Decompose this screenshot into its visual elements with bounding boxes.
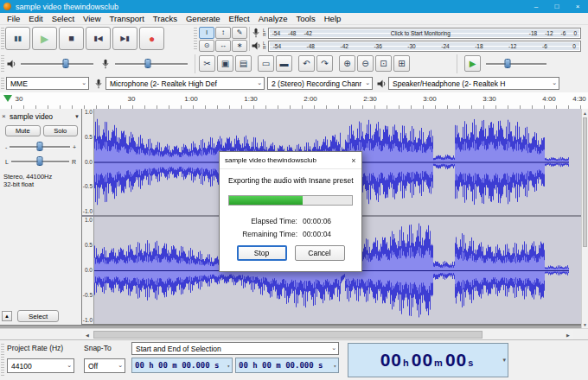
draw-tool-button[interactable]: ✎ bbox=[232, 27, 247, 39]
tools-toolbar: I↕✎⊙↔∗ bbox=[199, 27, 248, 52]
scroll-up-arrow[interactable]: ▲ bbox=[582, 109, 588, 117]
solo-button[interactable]: Solo bbox=[43, 125, 79, 136]
playback-device-select[interactable]: Speaker/Headphone (2- Realtek H ⌄ bbox=[388, 77, 559, 90]
dialog-close-icon[interactable]: × bbox=[346, 156, 361, 165]
copy-button[interactable]: ▣ bbox=[217, 55, 233, 72]
scroll-left-arrow[interactable]: ◀ bbox=[82, 330, 93, 339]
menu-item-select[interactable]: Select bbox=[48, 13, 79, 25]
playback-volume-slider[interactable] bbox=[21, 60, 93, 68]
toolbar-grip[interactable] bbox=[1, 344, 4, 377]
pan-slider[interactable] bbox=[11, 157, 69, 166]
zoom-in-button[interactable]: ⊕ bbox=[339, 55, 355, 72]
menu-item-view[interactable]: View bbox=[79, 13, 105, 25]
recording-meter-box[interactable]: -54-48-42 Click to Start Monitoring -18-… bbox=[268, 28, 581, 39]
selection-tool-button[interactable]: I bbox=[199, 27, 214, 39]
play-button[interactable]: ▶ bbox=[32, 27, 57, 50]
menu-item-generate[interactable]: Generate bbox=[182, 13, 225, 25]
toolbar-grip[interactable] bbox=[1, 28, 4, 50]
play-at-speed-button[interactable]: ▶ bbox=[464, 55, 481, 72]
zoom-selection-button[interactable]: ⊡ bbox=[375, 55, 392, 72]
chevron-down-icon: ⌄ bbox=[118, 362, 123, 369]
horizontal-scrollbar[interactable]: ◀ ▶ bbox=[82, 330, 573, 339]
playback-meter-box[interactable]: -54-48-42-36-30-24-18-12-60 bbox=[268, 41, 581, 52]
selection-toolbar: Project Rate (Hz) Snap-To Start and End … bbox=[0, 339, 588, 380]
recording-meter[interactable]: LR -54-48-42 Click to Start Monitoring -… bbox=[251, 27, 581, 39]
slider-thumb[interactable] bbox=[63, 59, 69, 68]
undo-button[interactable]: ↶ bbox=[298, 55, 315, 72]
menu-item-edit[interactable]: Edit bbox=[24, 13, 47, 25]
selection-mode-select[interactable]: Start and End of Selection ⌄ bbox=[131, 342, 339, 355]
redo-button[interactable]: ↷ bbox=[316, 55, 333, 72]
toolbar-grip[interactable] bbox=[1, 55, 4, 73]
pause-button[interactable]: ▮▮ bbox=[5, 27, 30, 50]
silence-audio-button[interactable]: ▬ bbox=[276, 55, 292, 72]
recording-channels-select[interactable]: 2 (Stereo) Recording Chann ⌄ bbox=[267, 77, 373, 90]
menu-item-help[interactable]: Help bbox=[320, 13, 346, 25]
meter-tick: -12 bbox=[508, 43, 516, 49]
zoom-out-button[interactable]: ⊖ bbox=[357, 55, 374, 72]
menu-item-effect[interactable]: Effect bbox=[225, 13, 254, 25]
selection-start-field[interactable]: 00 h 00 m 00.000 s ▾ bbox=[131, 358, 233, 373]
scroll-right-arrow[interactable]: ▶ bbox=[563, 330, 573, 339]
cancel-export-button[interactable]: Cancel bbox=[295, 245, 345, 261]
track-name[interactable]: sample video bbox=[10, 112, 74, 121]
dialog-title-bar[interactable]: sample video thewindowsclub × bbox=[220, 152, 361, 169]
zoom-fit-button[interactable]: ⊞ bbox=[393, 55, 410, 72]
toolbar-grip[interactable] bbox=[194, 28, 197, 50]
ibeam-icon: I bbox=[206, 29, 208, 36]
track-menu-arrow-icon[interactable]: ▼ bbox=[74, 114, 80, 119]
skip-end-button[interactable]: ▶▮ bbox=[112, 27, 137, 50]
cut-button[interactable]: ✂ bbox=[199, 55, 215, 72]
recording-volume-slider[interactable] bbox=[115, 60, 188, 68]
project-rate-select[interactable]: 44100 ⌄ bbox=[7, 358, 74, 373]
maximize-button[interactable]: □ bbox=[546, 0, 567, 13]
toolbar-grip[interactable] bbox=[1, 78, 4, 90]
select-track-button[interactable]: Select bbox=[17, 310, 59, 322]
timeline-pin-icon[interactable] bbox=[3, 95, 12, 102]
audio-host-select[interactable]: MME ⌄ bbox=[6, 77, 89, 90]
gain-slider[interactable] bbox=[10, 142, 70, 151]
monitoring-message[interactable]: Click to Start Monitoring bbox=[312, 30, 529, 36]
timeshift-tool-button[interactable]: ↔ bbox=[215, 40, 231, 52]
record-button[interactable]: ● bbox=[139, 27, 164, 50]
scale-value: 0.5 bbox=[85, 243, 93, 248]
multi-tool-button[interactable]: ∗ bbox=[232, 40, 247, 52]
close-button[interactable]: × bbox=[567, 0, 588, 13]
scroll-down-arrow[interactable]: ▼ bbox=[582, 320, 588, 328]
stop-button[interactable]: ■ bbox=[59, 27, 84, 50]
menu-item-transport[interactable]: Transport bbox=[105, 13, 149, 25]
vertical-scroll-thumb[interactable] bbox=[583, 117, 587, 247]
paste-button[interactable]: ▤ bbox=[235, 55, 252, 72]
menu-item-file[interactable]: File bbox=[3, 13, 24, 25]
vertical-scale-left[interactable]: 1.00.50.0-0.5-1.0 bbox=[82, 109, 94, 215]
menu-item-tools[interactable]: Tools bbox=[292, 13, 320, 25]
track-close-button[interactable]: × bbox=[2, 112, 10, 120]
skip-start-button[interactable]: ▮◀ bbox=[86, 27, 111, 50]
slider-thumb[interactable] bbox=[37, 156, 43, 166]
menu-item-tracks[interactable]: Tracks bbox=[149, 13, 182, 25]
playback-meter[interactable]: LR -54-48-42-36-30-24-18-12-60 bbox=[251, 40, 581, 52]
trim-audio-button[interactable]: ▭ bbox=[258, 55, 274, 72]
collapse-track-button[interactable]: ▲ bbox=[2, 311, 12, 321]
chevron-down-icon: ⌄ bbox=[365, 79, 370, 86]
vertical-scrollbar[interactable]: ▲ ▼ bbox=[581, 109, 588, 328]
envelope-tool-button[interactable]: ↕ bbox=[215, 27, 231, 39]
minimize-button[interactable]: – bbox=[526, 0, 546, 13]
slider-thumb[interactable] bbox=[144, 59, 150, 68]
timeline-ruler[interactable]: 30301:001:302:002:303:003:304:004:30 bbox=[0, 92, 588, 110]
timeline-label: 30 bbox=[16, 95, 23, 103]
export-message: Exporting the audio with Insane preset bbox=[220, 169, 361, 185]
menu-item-analyze[interactable]: Analyze bbox=[254, 13, 292, 25]
selection-end-field[interactable]: 00 h 00 m 00.000 s ▾ bbox=[235, 358, 339, 373]
slider-thumb[interactable] bbox=[37, 142, 43, 151]
mute-button[interactable]: Mute bbox=[5, 125, 41, 136]
slider-thumb[interactable] bbox=[504, 59, 510, 68]
snap-to-select[interactable]: Off ⌄ bbox=[84, 358, 125, 373]
play-speed-slider[interactable] bbox=[486, 60, 546, 68]
audio-position-display[interactable]: 00 h 00 m 00 s ▾ bbox=[348, 343, 508, 377]
horizontal-scroll-thumb[interactable] bbox=[93, 331, 483, 339]
zoom-tool-button[interactable]: ⊙ bbox=[199, 40, 214, 52]
vertical-scale-right[interactable]: 1.00.50.0-0.5-1.0 bbox=[82, 217, 94, 324]
stop-export-button[interactable]: Stop bbox=[237, 245, 287, 261]
recording-device-select[interactable]: Microphone (2- Realtek High Def ⌄ bbox=[105, 77, 265, 90]
